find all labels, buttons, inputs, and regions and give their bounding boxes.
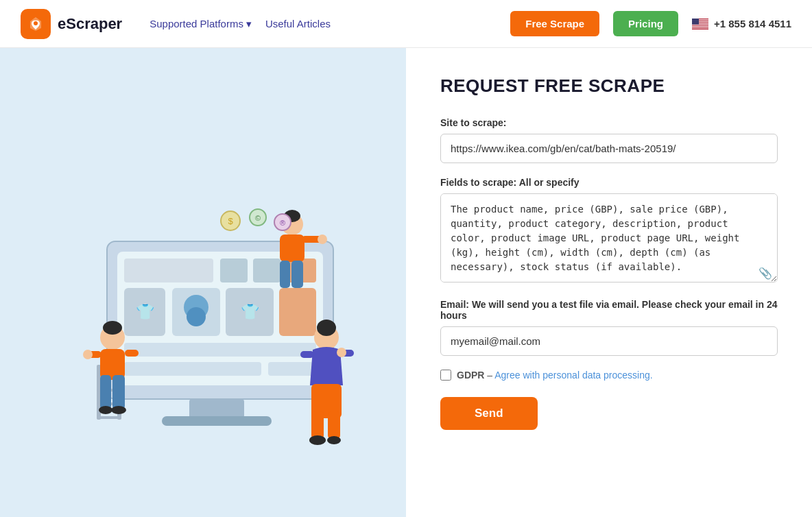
main-content: 👕 👕 [0, 48, 812, 517]
logo-text: eScraper [58, 15, 122, 33]
textarea-wrapper: The product name, price (GBP), sale pric… [440, 193, 778, 285]
form-title: REQUEST FREE SCRAPE [440, 75, 778, 97]
svg-rect-33 [97, 416, 121, 419]
svg-rect-56 [280, 235, 304, 262]
email-field-group: Email: We will send you a test file via … [440, 299, 778, 356]
site-input[interactable] [440, 134, 778, 163]
attach-icon: 📎 [759, 267, 772, 280]
logo-link[interactable]: eScraper [21, 9, 122, 39]
navbar: eScraper Supported Platforms ▾ Useful Ar… [0, 0, 812, 48]
svg-rect-14 [220, 258, 248, 282]
svg-rect-12 [162, 416, 272, 426]
svg-point-43 [111, 406, 126, 414]
svg-rect-6 [692, 25, 708, 26]
svg-point-42 [99, 406, 112, 414]
phone-area: +1 855 814 4511 [692, 18, 791, 29]
illustration-svg: 👕 👕 [38, 104, 368, 461]
svg-rect-13 [124, 258, 213, 282]
svg-text:👕: 👕 [136, 302, 155, 321]
nav-supported-platforms[interactable]: Supported Platforms ▾ [150, 18, 252, 30]
svg-point-39 [83, 350, 93, 359]
svg-rect-41 [112, 375, 125, 409]
illustration: 👕 👕 [14, 62, 392, 503]
svg-rect-8 [692, 19, 699, 25]
free-scrape-button[interactable]: Free Scrape [510, 11, 599, 36]
svg-text:$: $ [228, 216, 233, 226]
svg-rect-48 [328, 411, 340, 439]
svg-rect-40 [100, 375, 111, 409]
site-label: Site to scrape: [440, 117, 778, 128]
nav-useful-articles[interactable]: Useful Articles [265, 18, 331, 29]
chevron-down-icon: ▾ [246, 18, 252, 30]
svg-rect-47 [311, 411, 324, 439]
fields-field-group: Fields to scrape: All or specify The pro… [440, 177, 778, 285]
svg-point-58 [318, 235, 327, 244]
svg-text:©: © [255, 214, 261, 222]
svg-point-49 [309, 435, 326, 445]
svg-rect-51 [300, 351, 314, 358]
svg-rect-59 [280, 261, 290, 288]
gdpr-checkbox[interactable] [440, 370, 451, 381]
svg-point-53 [337, 348, 346, 357]
svg-point-45 [317, 320, 336, 336]
gdpr-row: GDPR – Agree with personal data processi… [440, 370, 778, 381]
fields-label: Fields to scrape: All or specify [440, 177, 778, 188]
svg-point-21 [187, 307, 206, 326]
pricing-button[interactable]: Pricing [613, 11, 678, 36]
svg-rect-15 [253, 258, 280, 282]
svg-rect-7 [692, 27, 708, 28]
site-field-group: Site to scrape: [440, 117, 778, 163]
illustration-panel: 👕 👕 [0, 48, 406, 517]
svg-point-35 [103, 321, 122, 335]
flag-icon [692, 19, 708, 29]
svg-rect-60 [291, 261, 303, 288]
email-input[interactable] [440, 326, 778, 356]
svg-point-50 [327, 436, 341, 444]
svg-point-0 [34, 21, 38, 25]
email-label: Email: We will send you a test file via … [440, 299, 778, 321]
svg-rect-38 [125, 350, 139, 357]
svg-rect-27 [268, 362, 316, 376]
gdpr-link[interactable]: Agree with personal data processing. [494, 370, 652, 381]
gdpr-label: GDPR – Agree with personal data processi… [457, 370, 653, 381]
phone-number: +1 855 814 4511 [714, 18, 791, 29]
form-panel: REQUEST FREE SCRAPE Site to scrape: Fiel… [406, 48, 812, 517]
svg-rect-24 [279, 288, 316, 336]
svg-text:👕: 👕 [241, 302, 260, 321]
svg-text:®: ® [280, 219, 285, 227]
svg-rect-25 [124, 343, 316, 357]
svg-rect-26 [124, 362, 261, 376]
fields-textarea[interactable]: The product name, price (GBP), sale pric… [440, 193, 778, 282]
logo-icon [21, 9, 51, 39]
send-button[interactable]: Send [440, 397, 538, 430]
